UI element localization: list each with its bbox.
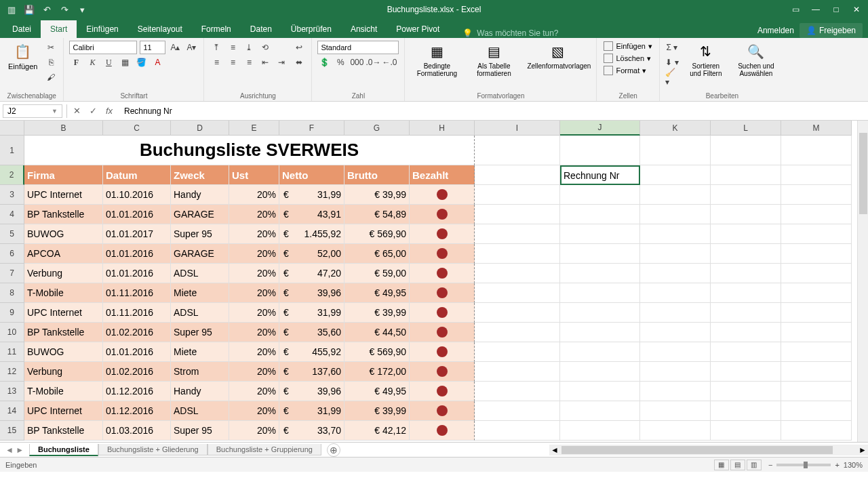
tab-datei[interactable]: Datei — [3, 20, 41, 38]
scroll-left-icon[interactable]: ◄ — [551, 445, 559, 455]
cell[interactable] — [640, 303, 711, 323]
cell-ust[interactable]: 20% — [229, 244, 279, 264]
cell[interactable] — [781, 244, 852, 264]
cell[interactable] — [711, 205, 781, 224]
sheet-tab-gliederung[interactable]: Buchungsliste + Gliederung — [98, 444, 208, 455]
cell-netto[interactable]: €31,99 — [279, 303, 344, 323]
cell-brutto[interactable]: € 569,90 — [344, 342, 410, 362]
cell[interactable] — [711, 185, 781, 205]
cell[interactable] — [781, 185, 852, 205]
underline-button[interactable]: U — [102, 56, 115, 69]
cell[interactable] — [475, 342, 560, 362]
cell[interactable] — [475, 323, 560, 342]
scroll-right-icon[interactable]: ► — [859, 445, 867, 455]
increase-decimal-icon[interactable]: .0→ — [366, 56, 380, 69]
cell-netto[interactable]: €39,96 — [279, 382, 344, 401]
column-header-E[interactable]: E — [229, 121, 279, 136]
scrollbar-thumb[interactable] — [561, 446, 833, 454]
chevron-down-icon[interactable]: ▼ — [52, 108, 58, 115]
cell[interactable] — [781, 303, 852, 323]
cell-bezahlt[interactable] — [410, 401, 475, 421]
cell-I2[interactable] — [475, 165, 560, 185]
cell-ust[interactable]: 20% — [229, 421, 279, 441]
table-header-ust[interactable]: Ust — [229, 165, 279, 185]
column-header-M[interactable]: M — [781, 121, 852, 136]
align-center-icon[interactable]: ≡ — [226, 56, 239, 69]
cell-firma[interactable]: APCOA — [24, 244, 103, 264]
cell-netto[interactable]: €43,91 — [279, 205, 344, 224]
font-size-select[interactable] — [140, 41, 165, 54]
cell-zweck[interactable]: Strom — [171, 362, 229, 382]
italic-button[interactable]: K — [85, 56, 99, 69]
cell[interactable] — [640, 165, 711, 185]
maximize-icon[interactable]: □ — [827, 3, 845, 16]
zoom-in-icon[interactable]: + — [835, 461, 839, 469]
row-header-7[interactable]: 7 — [0, 264, 24, 283]
cell-datum[interactable]: 01.10.2016 — [103, 185, 171, 205]
cell[interactable] — [475, 362, 560, 382]
cell-netto[interactable]: €52,00 — [279, 244, 344, 264]
cell[interactable] — [781, 283, 852, 303]
column-header-J[interactable]: J — [560, 121, 640, 136]
cut-icon[interactable]: ✂ — [44, 41, 58, 54]
cell-datum[interactable]: 01.01.2017 — [103, 224, 171, 244]
cell[interactable] — [640, 342, 711, 362]
cell[interactable] — [560, 303, 640, 323]
cell-firma[interactable]: BP Tankstelle — [24, 205, 103, 224]
cell-bezahlt[interactable] — [410, 342, 475, 362]
percent-icon[interactable]: % — [334, 56, 347, 69]
cell[interactable] — [711, 362, 781, 382]
tell-me[interactable]: 💡 Was möchten Sie tun? — [462, 28, 558, 38]
select-all-corner[interactable] — [0, 121, 24, 136]
cell[interactable] — [640, 224, 711, 244]
font-color-icon[interactable]: A — [151, 56, 164, 69]
conditional-formatting-button[interactable]: ▦ Bedingte Formatierung — [410, 41, 463, 79]
cell-netto[interactable]: €39,96 — [279, 283, 344, 303]
cell[interactable] — [560, 401, 640, 421]
cell-firma[interactable]: Verbung — [24, 264, 103, 283]
undo-icon[interactable]: ↶ — [41, 3, 53, 16]
autosum-icon[interactable]: Σ ▾ — [665, 41, 679, 54]
cell[interactable] — [711, 342, 781, 362]
column-header-D[interactable]: D — [171, 121, 229, 136]
tab-daten[interactable]: Daten — [241, 20, 281, 38]
cell-J2-active[interactable]: Rechnung Nr — [560, 165, 640, 185]
number-format-select[interactable] — [317, 41, 399, 54]
cell[interactable] — [640, 401, 711, 421]
cell-zweck[interactable]: ADSL — [171, 264, 229, 283]
cell[interactable] — [711, 224, 781, 244]
cell-brutto[interactable]: € 39,99 — [344, 401, 410, 421]
cell-ust[interactable]: 20% — [229, 283, 279, 303]
cell-datum[interactable]: 01.02.2016 — [103, 323, 171, 342]
cell[interactable] — [560, 382, 640, 401]
cell[interactable] — [475, 205, 560, 224]
cell-zweck[interactable]: Super 95 — [171, 323, 229, 342]
cell-ust[interactable]: 20% — [229, 401, 279, 421]
cell-bezahlt[interactable] — [410, 303, 475, 323]
cell[interactable] — [475, 303, 560, 323]
cell-firma[interactable]: BUWOG — [24, 224, 103, 244]
cell-brutto[interactable]: € 59,00 — [344, 264, 410, 283]
cell[interactable] — [711, 323, 781, 342]
cell-brutto[interactable]: € 569,90 — [344, 224, 410, 244]
cell[interactable] — [711, 136, 781, 165]
name-box[interactable]: J2 ▼ — [3, 104, 62, 118]
cell[interactable] — [640, 264, 711, 283]
paste-button[interactable]: 📋 Einfügen — [5, 41, 40, 72]
cell-brutto[interactable]: € 49,95 — [344, 283, 410, 303]
cell-zweck[interactable]: GARAGE — [171, 244, 229, 264]
cell[interactable] — [640, 283, 711, 303]
table-header-bezahlt[interactable]: Bezahlt — [410, 165, 475, 185]
sheet-tab-gruppierung[interactable]: Buchungsliste + Gruppierung — [208, 444, 321, 455]
ribbon-options-icon[interactable]: ▭ — [787, 3, 804, 16]
cell-zweck[interactable]: Super 95 — [171, 224, 229, 244]
cell[interactable] — [781, 224, 852, 244]
scrollbar-thumb[interactable] — [859, 133, 867, 214]
cell-datum[interactable]: 01.01.2016 — [103, 205, 171, 224]
cell-zweck[interactable]: GARAGE — [171, 205, 229, 224]
cell-ust[interactable]: 20% — [229, 264, 279, 283]
cell-firma[interactable]: BP Tankstelle — [24, 421, 103, 441]
cell-firma[interactable]: UPC Internet — [24, 185, 103, 205]
indent-decrease-icon[interactable]: ⇤ — [258, 56, 272, 69]
table-header-brutto[interactable]: Brutto — [344, 165, 410, 185]
